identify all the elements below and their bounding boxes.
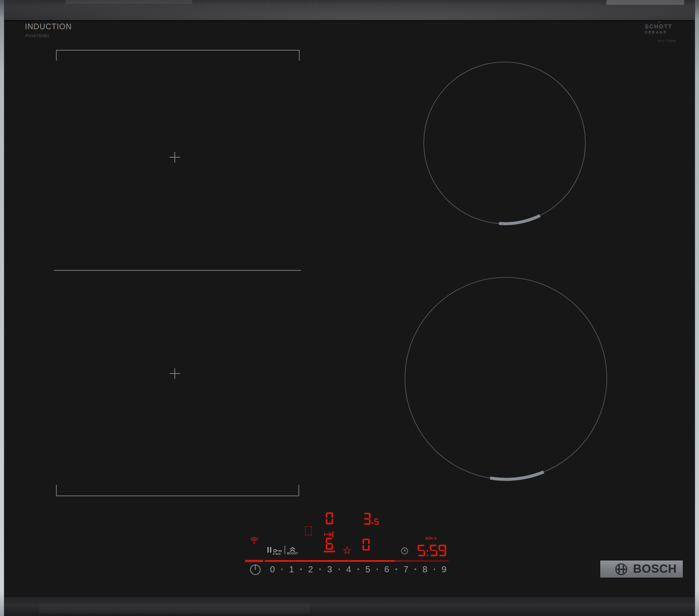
boost-label: BOOST bbox=[287, 552, 298, 555]
product-title: INDUCTION bbox=[25, 22, 72, 31]
schott-logo-line1: SCHOTT bbox=[645, 23, 672, 30]
serial-number: 9001778556 bbox=[657, 39, 676, 42]
power-icon[interactable] bbox=[249, 564, 261, 575]
plus-mark-icon bbox=[170, 152, 180, 163]
led-display-right-bottom bbox=[363, 539, 370, 550]
level-separator-dot bbox=[300, 568, 302, 570]
led-display-right-top bbox=[363, 513, 379, 525]
level-separator-dot bbox=[395, 568, 397, 570]
key-lock-icon[interactable] bbox=[273, 547, 282, 552]
power-level-2[interactable]: 2 bbox=[308, 564, 313, 574]
power-level-4[interactable]: 4 bbox=[346, 564, 351, 574]
pan-marker-top-right bbox=[499, 215, 540, 224]
progress-bar-short bbox=[245, 560, 263, 562]
led-display-flex-top bbox=[326, 512, 333, 524]
metal-trim-right bbox=[695, 0, 699, 616]
zone-transfer-icon[interactable] bbox=[305, 526, 311, 535]
level-separator-dot bbox=[415, 568, 416, 570]
flex-zone-bottom-bracket bbox=[56, 485, 299, 496]
cooking-zone-top-right bbox=[424, 62, 585, 224]
level-separator-dot bbox=[377, 568, 378, 570]
metal-trim-left bbox=[0, 0, 4, 616]
top-reflection-right bbox=[606, 0, 684, 5]
bosch-anchor-icon bbox=[615, 563, 628, 576]
power-level-7[interactable]: 7 bbox=[403, 564, 408, 574]
bottom-reflection bbox=[39, 604, 310, 613]
power-level-6[interactable]: 6 bbox=[384, 564, 389, 574]
active-zone-underline bbox=[324, 551, 335, 552]
flex-zone-top-bracket bbox=[56, 50, 300, 61]
bosch-logo-plate: BOSCH bbox=[600, 561, 683, 578]
cooking-zones-graphic bbox=[0, 0, 699, 616]
clock-icon[interactable] bbox=[401, 547, 408, 555]
top-reflection-left bbox=[66, 0, 192, 4]
level-separator-dot bbox=[339, 568, 340, 570]
power-level-3[interactable]: 3 bbox=[327, 564, 332, 574]
power-level-9[interactable]: 9 bbox=[442, 564, 446, 574]
cooking-zone-bottom-right bbox=[405, 277, 607, 479]
power-level-5[interactable]: 5 bbox=[365, 564, 370, 574]
schott-o-dots bbox=[658, 22, 661, 23]
move-pan-icon bbox=[324, 531, 335, 537]
power-level-progress-bar bbox=[265, 560, 449, 562]
flex-zone-separator-line bbox=[54, 270, 301, 271]
level-separator-dot bbox=[357, 568, 359, 570]
level-separator-dot bbox=[319, 568, 321, 570]
power-level-8[interactable]: 8 bbox=[422, 564, 427, 574]
lock-hold-label: 4 sec bbox=[273, 552, 281, 556]
bosch-logo-text: BOSCH bbox=[633, 562, 677, 576]
level-separator-dot bbox=[434, 568, 436, 570]
pan-marker-bottom-right bbox=[490, 472, 544, 479]
boost-chevrons-icon[interactable] bbox=[289, 546, 296, 551]
star-icon[interactable]: ☆ bbox=[342, 545, 352, 556]
pause-icon[interactable] bbox=[267, 547, 271, 553]
power-level-1[interactable]: 1 bbox=[289, 564, 294, 574]
power-level-0[interactable]: 0 bbox=[270, 564, 275, 574]
induction-hob: INDUCTION PVS675HB1 SCHOTT CERAN® 900177… bbox=[0, 0, 699, 616]
led-timer-display bbox=[418, 545, 446, 556]
model-number: PVS675HB1 bbox=[25, 34, 49, 38]
schott-ceran-logo: SCHOTT CERAN® bbox=[645, 23, 672, 35]
timer-unit-label: min:s bbox=[425, 536, 437, 540]
plus-mark-icon bbox=[170, 368, 180, 379]
level-separator-dot bbox=[281, 568, 283, 570]
led-display-flex-bottom bbox=[326, 538, 333, 550]
schott-logo-line2: CERAN® bbox=[645, 30, 672, 35]
control-divider bbox=[284, 546, 285, 554]
power-level-scale[interactable]: 0123456789 bbox=[270, 563, 446, 575]
wifi-icon[interactable] bbox=[249, 536, 259, 544]
